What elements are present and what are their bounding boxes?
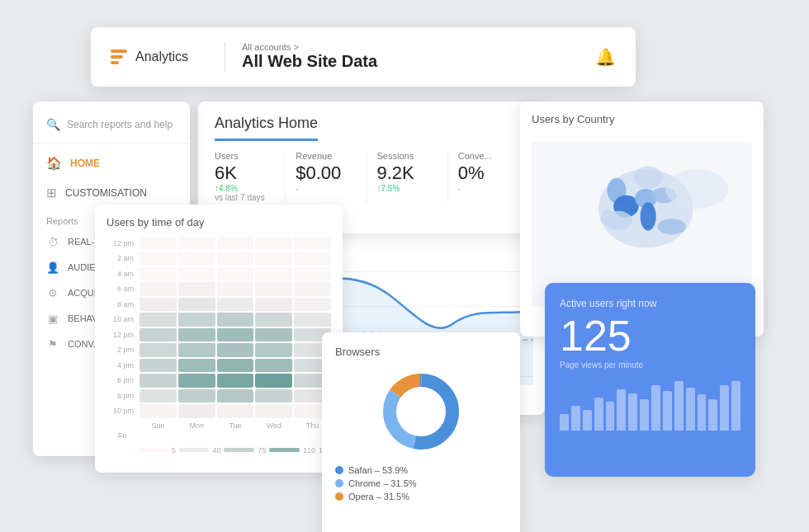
sidebar-item-customisation-label: CUSTOMISATION <box>65 187 147 199</box>
opera-label: Opera – 31.5% <box>348 492 409 501</box>
header-divider <box>225 42 225 72</box>
heatmap-cell <box>294 298 331 312</box>
safari-color-dot <box>335 466 343 474</box>
heatmap-cell <box>217 237 254 251</box>
metrics-row: Users 6K ↑4.8% vs last 7 days Revenue $0… <box>215 151 528 202</box>
sidebar-item-customisation[interactable]: ⊞ CUSTOMISATION <box>33 178 190 208</box>
spark-bar <box>594 398 603 431</box>
sidebar-item-home[interactable]: 🏠 HOME <box>33 148 190 178</box>
active-users-sub: Page views per minute <box>560 360 740 370</box>
heatmap-cell <box>140 313 177 327</box>
heatmap-day-label <box>106 421 138 430</box>
heatmap-time-label: 2 am <box>106 252 138 266</box>
spark-bar <box>571 406 580 431</box>
metric-conversions-value: 0% <box>458 162 518 184</box>
scale-number: 110 <box>303 446 315 454</box>
heatmap-cell <box>217 389 254 403</box>
heatmap-cell <box>217 374 254 388</box>
heatmap-cell <box>217 343 254 357</box>
metric-revenue-value: $0.00 <box>296 162 356 184</box>
heatmap-cell <box>255 252 292 266</box>
heatmap-time-label: 12 pm <box>106 328 138 342</box>
metric-sessions-change: ↑7.5% <box>377 184 438 193</box>
app-name: Analytics <box>135 49 188 64</box>
realtime-icon: ⏱ <box>46 236 59 248</box>
safari-label: Safari – 53.9% <box>348 465 408 475</box>
metric-conversions-change: - <box>458 184 518 193</box>
svg-point-6 <box>641 202 656 230</box>
heatmap-cell <box>178 313 215 327</box>
breadcrumb-main: All Web Site Data <box>242 52 377 71</box>
spark-bar <box>720 385 729 431</box>
legend-chrome: Chrome – 31.5% <box>335 478 507 488</box>
heatmap-day-label: Wed <box>255 421 292 430</box>
analytics-home-title: Analytics Home <box>215 115 318 141</box>
scale-bar-segment <box>179 448 210 452</box>
heatmap-cell <box>294 313 331 327</box>
donut-chart <box>335 366 507 457</box>
spark-bar <box>640 399 649 431</box>
heatmap-cell <box>140 237 177 251</box>
spark-bar <box>617 389 626 431</box>
heatmap-day-label: Fri <box>106 431 138 440</box>
heatmap-cell <box>294 267 331 281</box>
active-users-count: 125 <box>560 314 740 357</box>
heatmap-cell <box>178 389 215 403</box>
heatmap-cell <box>255 282 292 296</box>
spark-bar <box>560 414 569 431</box>
conversions-icon: ⚑ <box>46 338 59 351</box>
heatmap-cell <box>178 343 215 357</box>
breadcrumb: All accounts > All Web Site Data <box>242 42 377 71</box>
heatmap-cell <box>178 237 215 251</box>
heatmap-cell <box>140 282 177 296</box>
notification-bell-icon[interactable]: 🔔 <box>595 47 616 67</box>
search-icon: 🔍 <box>46 118 60 131</box>
spark-bar <box>583 410 592 431</box>
scale-bar-segment <box>138 448 168 452</box>
scale-number: 40 <box>212 446 220 454</box>
spark-bar <box>731 381 740 431</box>
chrome-label: Chrome – 31.5% <box>348 478 417 488</box>
sidebar-item-home-label: HOME <box>70 158 100 169</box>
heatmap-cell <box>217 359 254 373</box>
heatmap-cell <box>255 389 292 403</box>
metric-sessions-value: 9.2K <box>377 162 438 184</box>
heatmap-cell <box>294 282 331 296</box>
heatmap-cell <box>217 282 254 296</box>
heatmap-cell <box>217 328 254 342</box>
heatmap-time-label: 6 pm <box>106 374 138 388</box>
browser-legend: Safari – 53.9% Chrome – 31.5% Opera – 31… <box>335 465 507 501</box>
users-country-title: Users by Country <box>532 113 752 125</box>
heatmap-cell <box>140 359 177 373</box>
heatmap-cell <box>140 298 177 312</box>
heatmap-cell <box>255 343 292 357</box>
heatmap-cell <box>217 267 254 281</box>
spark-bar <box>698 394 707 431</box>
scale-bar-segment <box>269 448 300 452</box>
heatmap-cell <box>140 389 177 403</box>
metric-revenue-label: Revenue <box>296 151 356 161</box>
heatmap-cell <box>178 374 215 388</box>
heatmap-cell <box>178 282 215 296</box>
heatmap-time-label: 4 am <box>106 267 138 281</box>
heatmap-cell <box>255 267 292 281</box>
heatmap-cell <box>255 298 292 312</box>
sidebar-search[interactable]: 🔍 Search reports and help <box>33 113 190 144</box>
browsers-card: Browsers Safari – 53.9% Chrome – 31.5% <box>322 332 520 533</box>
svg-point-8 <box>634 166 662 188</box>
metric-sessions-label: Sessions <box>377 151 438 161</box>
metric-users-label: Users <box>215 151 275 161</box>
metric-conversions: Conve... 0% - <box>448 151 528 202</box>
customisation-icon: ⊞ <box>46 186 57 200</box>
spark-bar <box>686 388 695 431</box>
heatmap-time-label: 12 pm <box>106 237 138 251</box>
acquisition-icon: ⚙ <box>46 287 59 299</box>
time-of-day-card: Users by time of day 12 pm2 am4 am6 am8 … <box>95 205 343 473</box>
svg-point-10 <box>658 219 686 234</box>
heatmap-cell <box>294 237 331 251</box>
home-icon: 🏠 <box>46 156 62 171</box>
svg-point-23 <box>399 389 443 434</box>
heatmap-cell <box>294 252 331 266</box>
heatmap-time-label: 10 am <box>106 313 138 327</box>
spark-bar <box>651 385 660 431</box>
